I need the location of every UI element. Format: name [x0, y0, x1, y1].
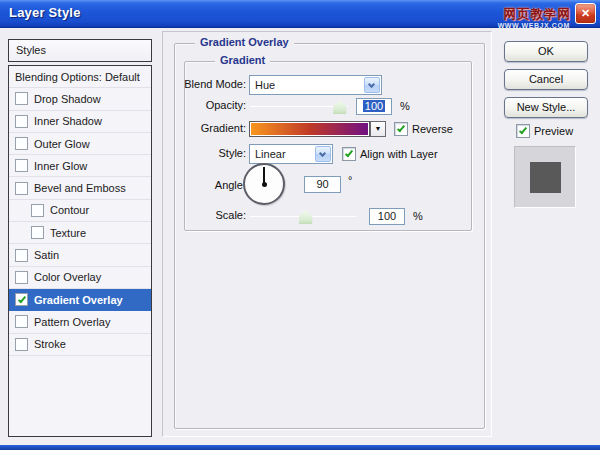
- style-value: Linear: [255, 148, 286, 160]
- sidebar-item-label: Contour: [50, 204, 89, 216]
- dialog-body: Styles Blending Options: DefaultDrop Sha…: [0, 28, 600, 450]
- opacity-unit: %: [400, 100, 410, 112]
- blend-mode-label: Blend Mode:: [169, 78, 246, 90]
- contour-checkbox[interactable]: [31, 204, 44, 217]
- pattern-overlay-checkbox[interactable]: [15, 315, 28, 328]
- gradient-overlay-checkbox[interactable]: [15, 293, 28, 306]
- gradient-legend: Gradient: [215, 54, 270, 66]
- opacity-label: Opacity:: [169, 99, 246, 111]
- watermark-url: WWW.WEBJX.COM: [498, 22, 570, 29]
- style-dropdown-button[interactable]: [315, 146, 331, 162]
- gradient-picker-button[interactable]: ▼: [370, 121, 386, 137]
- scale-label: Scale:: [169, 209, 246, 221]
- check-icon: [519, 126, 527, 135]
- layer-style-dialog: Layer Style 网页教学网 ✕ WWW.WEBJX.COM Styles…: [0, 0, 600, 450]
- scale-slider-thumb[interactable]: [299, 210, 312, 224]
- satin-checkbox[interactable]: [15, 249, 28, 262]
- new-style-button-label: New Style...: [517, 101, 576, 113]
- new-style-button[interactable]: New Style...: [504, 97, 588, 118]
- window-bottom-edge: [0, 445, 600, 450]
- gradient-swatch[interactable]: [249, 121, 370, 137]
- ok-button-label: OK: [538, 45, 554, 57]
- sidebar-item-label: Gradient Overlay: [34, 294, 123, 306]
- angle-dial[interactable]: [243, 163, 285, 205]
- sidebar-item-label: Satin: [34, 249, 59, 261]
- gradient-overlay-legend: Gradient Overlay: [195, 36, 294, 48]
- sidebar-item-satin[interactable]: Satin: [9, 244, 151, 266]
- sidebar-item-gradient-overlay[interactable]: Gradient Overlay: [9, 289, 151, 311]
- sidebar-item-contour[interactable]: Contour: [9, 200, 151, 222]
- outer-glow-checkbox[interactable]: [15, 137, 28, 150]
- sidebar-item-texture[interactable]: Texture: [9, 222, 151, 244]
- blend-mode-value: Hue: [255, 79, 275, 91]
- align-with-layer-checkbox[interactable]: [342, 147, 356, 161]
- sidebar-item-label: Texture: [50, 227, 86, 239]
- angle-hub-icon: [262, 182, 267, 187]
- sidebar-item-inner-glow[interactable]: Inner Glow: [9, 155, 151, 177]
- styles-header-label: Styles: [16, 44, 46, 56]
- gradient-label: Gradient:: [169, 122, 246, 134]
- scale-slider[interactable]: [250, 208, 356, 225]
- style-select[interactable]: Linear: [249, 144, 333, 164]
- sidebar-item-drop-shadow[interactable]: Drop Shadow: [9, 88, 151, 110]
- opacity-slider[interactable]: [250, 98, 348, 115]
- angle-input[interactable]: 90: [304, 176, 341, 193]
- sidebar-item-label: Inner Shadow: [34, 115, 102, 127]
- watermark-text: 网页教学网: [504, 6, 572, 23]
- sidebar-item-label: Bevel and Emboss: [34, 182, 126, 194]
- sidebar-item-label: Pattern Overlay: [34, 316, 110, 328]
- opacity-value: 100: [363, 100, 385, 112]
- preview-checkbox[interactable]: [516, 124, 530, 138]
- sidebar-item-blending-options-default[interactable]: Blending Options: Default: [9, 66, 151, 88]
- scale-input[interactable]: 100: [369, 208, 405, 225]
- check-icon: [17, 294, 25, 303]
- sidebar-item-label: Drop Shadow: [34, 93, 101, 105]
- opacity-input[interactable]: 100: [356, 98, 392, 115]
- chevron-down-icon: [319, 150, 326, 157]
- scale-unit: %: [413, 210, 423, 222]
- styles-header: Styles: [8, 39, 152, 62]
- preview-label: Preview: [534, 125, 573, 137]
- blend-mode-dropdown-button[interactable]: [364, 77, 380, 93]
- sidebar-item-pattern-overlay[interactable]: Pattern Overlay: [9, 311, 151, 333]
- gradient-overlay-panel: Gradient Overlay Gradient Blend Mode: Hu…: [162, 31, 492, 437]
- reverse-label: Reverse: [412, 123, 453, 135]
- opacity-slider-thumb[interactable]: [333, 100, 346, 114]
- chevron-down-icon: [368, 81, 375, 88]
- angle-value: 90: [316, 178, 328, 190]
- check-icon: [345, 149, 353, 158]
- close-button[interactable]: ✕: [575, 3, 596, 24]
- blend-mode-select[interactable]: Hue: [249, 75, 382, 95]
- window-title: Layer Style: [9, 5, 81, 20]
- style-label: Style:: [169, 147, 246, 159]
- align-with-layer-label: Align with Layer: [360, 148, 438, 160]
- preview-thumbnail-fill: [530, 162, 561, 193]
- styles-list: Blending Options: DefaultDrop ShadowInne…: [8, 65, 152, 437]
- preview-thumbnail: [514, 146, 576, 208]
- angle-unit: °: [348, 174, 352, 186]
- cancel-button-label: Cancel: [529, 73, 563, 85]
- reverse-checkbox[interactable]: [394, 122, 408, 136]
- color-overlay-checkbox[interactable]: [15, 271, 28, 284]
- stroke-checkbox[interactable]: [15, 338, 28, 351]
- angle-label: Angle:: [169, 179, 246, 191]
- cancel-button[interactable]: Cancel: [504, 69, 588, 90]
- sidebar-item-inner-shadow[interactable]: Inner Shadow: [9, 111, 151, 133]
- drop-shadow-checkbox[interactable]: [15, 92, 28, 105]
- bevel-and-emboss-checkbox[interactable]: [15, 182, 28, 195]
- texture-checkbox[interactable]: [31, 226, 44, 239]
- inner-shadow-checkbox[interactable]: [15, 115, 28, 128]
- inner-glow-checkbox[interactable]: [15, 159, 28, 172]
- ok-button[interactable]: OK: [504, 41, 588, 62]
- sidebar-item-color-overlay[interactable]: Color Overlay: [9, 267, 151, 289]
- close-icon: ✕: [581, 7, 590, 19]
- check-icon: [397, 124, 405, 133]
- sidebar-item-label: Stroke: [34, 338, 66, 350]
- sidebar-item-stroke[interactable]: Stroke: [9, 334, 151, 356]
- sidebar-item-bevel-and-emboss[interactable]: Bevel and Emboss: [9, 177, 151, 199]
- sidebar-item-label: Color Overlay: [34, 271, 101, 283]
- sidebar-item-label: Outer Glow: [34, 138, 90, 150]
- sidebar-item-outer-glow[interactable]: Outer Glow: [9, 133, 151, 155]
- sidebar-item-label: Inner Glow: [34, 160, 87, 172]
- scale-value: 100: [378, 210, 396, 222]
